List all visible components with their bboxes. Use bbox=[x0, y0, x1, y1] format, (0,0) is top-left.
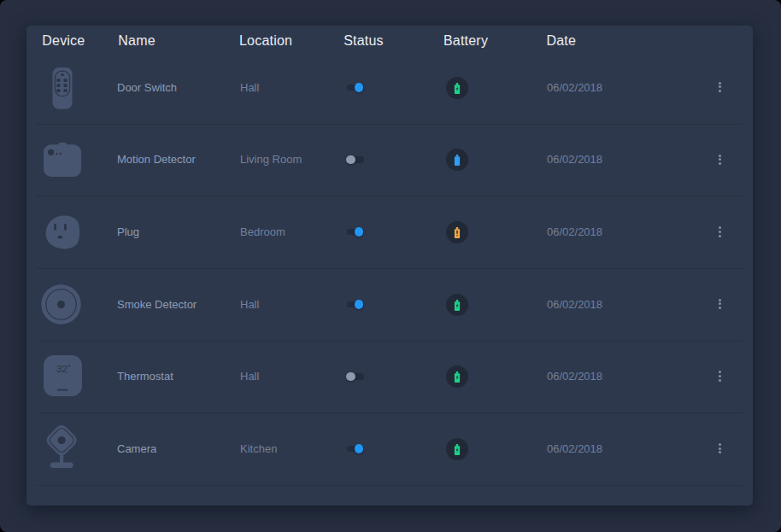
svg-text:32: 32 bbox=[56, 364, 68, 376]
